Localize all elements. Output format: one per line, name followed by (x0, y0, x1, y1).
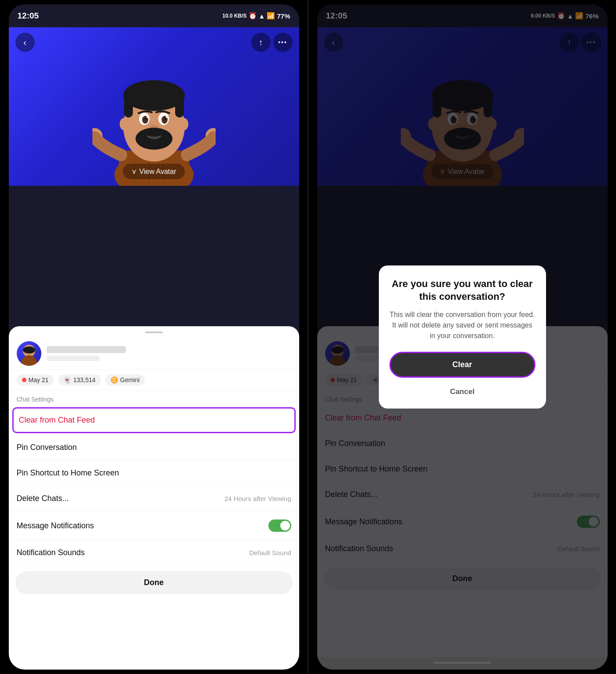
left-pin-conversation-item[interactable]: Pin Conversation (9, 435, 299, 460)
left-message-notifs-toggle[interactable] (268, 519, 291, 532)
left-ghost-icon: 👻 (63, 376, 71, 383)
left-signal-icon: 📶 (267, 12, 275, 20)
left-profile-row (9, 338, 299, 370)
svg-rect-9 (175, 96, 184, 118)
left-ghost-tag: 👻 133,514 (58, 374, 101, 386)
left-wifi-icon: ▲ (259, 12, 265, 20)
left-tags-row: May 21 👻 133,514 ♊ Gemini (9, 370, 299, 390)
left-pin-conversation-label: Pin Conversation (17, 443, 77, 452)
left-profile-text (47, 346, 291, 361)
svg-point-20 (120, 118, 128, 130)
left-view-avatar-button[interactable]: ⋎ View Avatar (123, 164, 185, 179)
svg-point-21 (180, 118, 188, 130)
clear-dialog: Are you sure you want to clear this conv… (379, 265, 546, 408)
left-back-button[interactable]: ‹ (15, 33, 35, 52)
left-message-notifs-label: Message Notifications (17, 521, 94, 530)
left-phone-panel: 12:05 10.0 KB/S ⏰ ▲ 📶 77% ‹ ↑ ••• (0, 0, 308, 674)
left-pin-shortcut-label: Pin Shortcut to Home Screen (17, 468, 119, 478)
svg-point-16 (146, 117, 147, 118)
left-screen: 12:05 10.0 KB/S ⏰ ▲ 📶 77% ‹ ↑ ••• (9, 4, 299, 670)
left-date-label: May 21 (29, 376, 49, 383)
svg-point-13 (161, 116, 168, 124)
dialog-title: Are you sure you want to clear this conv… (389, 278, 535, 303)
left-delete-chats-item[interactable]: Delete Chats... 24 Hours after Viewing (9, 486, 299, 512)
left-time: 12:05 (18, 11, 39, 21)
left-done-button[interactable]: Done (15, 571, 293, 594)
left-date-tag: May 21 (17, 374, 54, 386)
dialog-body: This will clear the conversation from yo… (389, 309, 535, 341)
clear-dialog-overlay: Are you sure you want to clear this conv… (317, 4, 608, 670)
left-status-icons: 10.0 KB/S ⏰ ▲ 📶 77% (222, 12, 290, 20)
left-clear-chat-feed-item[interactable]: Clear from Chat Feed (12, 407, 296, 433)
left-message-notifs-item[interactable]: Message Notifications (9, 512, 299, 540)
left-notif-sounds-item[interactable]: Notification Sounds Default Sound (9, 540, 299, 566)
right-phone-panel: 12:05 9.00 KB/S ⏰ ▲ 📶 76% ‹ ↑ ••• (308, 0, 616, 674)
left-delete-chats-label: Delete Chats... (17, 494, 69, 503)
left-back-icon: ‹ (23, 37, 26, 48)
dialog-clear-button[interactable]: Clear (389, 352, 535, 378)
left-chat-settings-label: Chat Settings (9, 390, 299, 405)
left-zodiac-tag: ♊ Gemini (105, 374, 145, 386)
svg-point-12 (142, 116, 148, 124)
dialog-cancel-button[interactable]: Cancel (447, 384, 478, 400)
left-zodiac-label: Gemini (120, 376, 139, 383)
right-screen: 12:05 9.00 KB/S ⏰ ▲ 📶 76% ‹ ↑ ••• (317, 4, 608, 670)
left-chevron-down-icon: ⋎ (132, 167, 137, 176)
svg-rect-8 (124, 96, 133, 118)
left-toggle-knob (280, 521, 290, 530)
left-battery: 77% (277, 12, 290, 20)
svg-point-17 (165, 117, 167, 118)
left-mini-avatar (17, 341, 41, 366)
left-profile-sub (47, 356, 99, 361)
left-ghost-count: 133,514 (73, 376, 95, 383)
svg-point-26 (23, 346, 35, 354)
left-zodiac-icon: ♊ (110, 376, 118, 383)
left-alarm-icon: ⏰ (249, 12, 257, 20)
left-delete-chats-value: 24 Hours after Viewing (224, 495, 291, 502)
left-date-dot (22, 378, 26, 382)
left-avatar-header: ‹ ↑ ••• (9, 27, 299, 186)
left-notif-sounds-value: Default Sound (249, 549, 291, 556)
left-drag-handle (145, 331, 163, 333)
left-more-button[interactable]: ••• (273, 33, 293, 52)
left-status-bar: 12:05 10.0 KB/S ⏰ ▲ 📶 77% (9, 4, 299, 27)
left-notif-sounds-label: Notification Sounds (17, 548, 85, 557)
left-more-icon: ••• (278, 39, 287, 46)
svg-point-25 (21, 355, 37, 366)
left-network: 10.0 KB/S (222, 13, 246, 19)
left-view-avatar-label: View Avatar (139, 168, 176, 176)
left-pin-shortcut-item[interactable]: Pin Shortcut to Home Screen (9, 460, 299, 486)
left-share-icon: ↑ (259, 37, 263, 48)
left-profile-name (47, 346, 126, 353)
left-settings-panel: May 21 👻 133,514 ♊ Gemini Chat Settings … (9, 326, 299, 670)
left-share-button[interactable]: ↑ (251, 33, 271, 52)
left-clear-chat-feed-label: Clear from Chat Feed (19, 416, 95, 425)
